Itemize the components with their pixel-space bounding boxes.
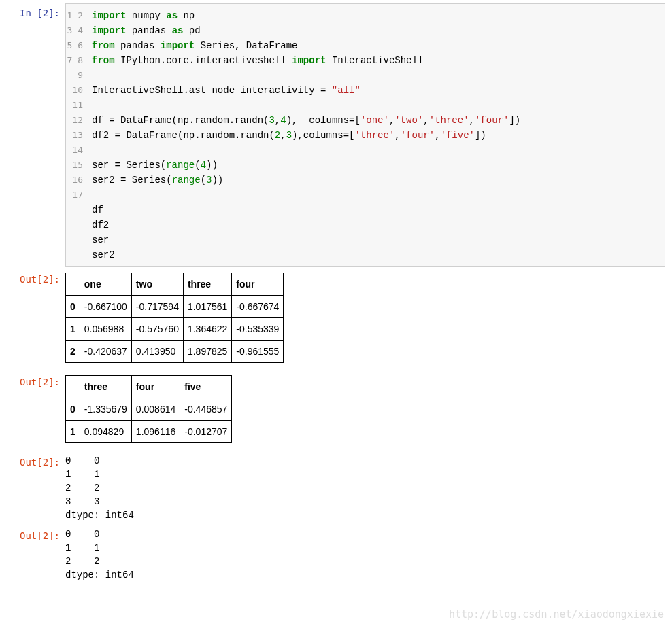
code-text: ]) <box>475 130 486 141</box>
code-text: df <box>92 205 103 215</box>
code-text: InteractiveShell <box>326 55 423 66</box>
keyword: import <box>92 25 126 36</box>
table-row: 10.056988-0.5757601.364622-0.535339 <box>66 318 284 341</box>
code-text: ser = Series( <box>92 160 166 171</box>
output-cell-3: Out[2]: 0 0 1 1 2 2 3 3 dtype: int64 <box>7 453 665 523</box>
column-header: three <box>80 376 131 398</box>
code-text: ),columns=[ <box>292 130 354 141</box>
number-literal: 3 <box>269 115 274 126</box>
string-literal: 'three' <box>429 115 469 126</box>
code-text: , <box>435 130 440 141</box>
code-text: ), columns=[ <box>286 115 360 126</box>
code-text: ser <box>92 234 109 245</box>
table-cell: -0.012707 <box>180 421 232 443</box>
string-literal: 'one' <box>360 115 389 126</box>
code-text: pandas <box>126 25 171 36</box>
code-text: Series, DataFrame <box>195 40 297 51</box>
table-cell: -0.667674 <box>232 296 284 318</box>
number-literal: 4 <box>280 115 286 126</box>
table-cell: -0.717594 <box>131 296 183 318</box>
builtin: range <box>166 160 195 171</box>
output-body: 0 0 1 1 2 2 3 3 dtype: int64 <box>65 453 665 523</box>
table-row: 10.0948291.096116-0.012707 <box>66 421 232 443</box>
table-cell: -0.420637 <box>80 341 131 363</box>
code-text: ser2 = Series( <box>92 175 172 186</box>
output-body: onetwothreefour0-0.667100-0.7175941.0175… <box>65 270 665 370</box>
row-index: 0 <box>66 296 80 318</box>
out-prompt: Out[2]: <box>7 526 65 541</box>
row-index: 2 <box>66 341 80 363</box>
code-text: , <box>280 130 286 141</box>
table-cell: 1.096116 <box>131 421 180 443</box>
code-editor[interactable]: import numpy as np import pandas as pd f… <box>86 7 665 263</box>
series-output-1: 0 0 1 1 2 2 3 3 dtype: int64 <box>65 454 665 522</box>
code-text: , <box>423 115 429 126</box>
table-cell: -0.961555 <box>232 341 284 363</box>
code-body[interactable]: 1 2 3 4 5 6 7 8 9 10 11 12 13 14 15 16 1… <box>65 3 665 267</box>
code-text: np <box>178 10 195 21</box>
code-text: numpy <box>126 10 166 21</box>
code-text: InteractiveShell.ast_node_interactivity … <box>92 85 332 96</box>
output-body: 0 0 1 1 2 2 dtype: int64 <box>65 526 665 583</box>
table-cell: -0.535339 <box>232 318 284 341</box>
row-index: 1 <box>66 318 80 341</box>
line-number-gutter: 1 2 3 4 5 6 7 8 9 10 11 12 13 14 15 16 1… <box>66 7 86 263</box>
table-cell: 1.364622 <box>183 318 231 341</box>
number-literal: 4 <box>201 160 206 171</box>
table-row: 0-1.3356790.008614-0.446857 <box>66 398 232 421</box>
keyword: as <box>166 10 178 21</box>
table-corner <box>66 273 80 296</box>
input-cell: In [2]: 1 2 3 4 5 6 7 8 9 10 11 12 13 14… <box>7 3 665 267</box>
table-corner <box>66 376 80 398</box>
table-cell: 0.413950 <box>131 341 183 363</box>
string-literal: 'two' <box>394 115 423 126</box>
row-index: 1 <box>66 421 80 443</box>
table-cell: 0.008614 <box>131 398 180 421</box>
row-index: 0 <box>66 398 80 421</box>
table-row: 0-0.667100-0.7175941.017561-0.667674 <box>66 296 284 318</box>
output-cell-4: Out[2]: 0 0 1 1 2 2 dtype: int64 <box>7 526 665 583</box>
string-literal: 'four' <box>475 115 509 126</box>
code-text: ( <box>201 175 206 186</box>
table-cell: -0.446857 <box>180 398 232 421</box>
table-cell: -1.335679 <box>80 398 131 421</box>
code-text: , <box>275 115 280 126</box>
column-header: five <box>180 376 232 398</box>
string-literal: "all" <box>332 85 360 96</box>
keyword: import <box>92 10 126 21</box>
number-literal: 2 <box>275 130 280 141</box>
code-text: IPython.core.interactiveshell <box>115 55 292 66</box>
column-header: four <box>232 273 284 296</box>
table-cell: 1.897825 <box>183 341 231 363</box>
string-literal: 'five' <box>441 130 475 141</box>
table-cell: -0.575760 <box>131 318 183 341</box>
output-body: threefourfive0-1.3356790.008614-0.446857… <box>65 372 665 450</box>
output-cell-1: Out[2]: onetwothreefour0-0.667100-0.7175… <box>7 270 665 370</box>
keyword: from <box>92 40 115 51</box>
table-row: 2-0.4206370.4139501.897825-0.961555 <box>66 341 284 363</box>
keyword: as <box>172 25 184 36</box>
code-text: ser2 <box>92 249 115 260</box>
column-header: one <box>80 273 131 296</box>
table-cell: 0.056988 <box>80 318 131 341</box>
builtin: range <box>172 175 201 186</box>
series-output-2: 0 0 1 1 2 2 dtype: int64 <box>65 527 665 582</box>
code-text: ( <box>195 160 200 171</box>
code-text: df2 <box>92 220 109 230</box>
string-literal: 'three' <box>354 130 394 141</box>
code-text: ]) <box>509 115 520 126</box>
table-cell: -0.667100 <box>80 296 131 318</box>
column-header: four <box>131 376 180 398</box>
string-literal: 'four' <box>401 130 435 141</box>
code-text: df2 = DataFrame(np.random.randn( <box>92 130 275 141</box>
dataframe-table-1: onetwothreefour0-0.667100-0.7175941.0175… <box>65 273 284 363</box>
column-header: three <box>183 273 231 296</box>
table-cell: 1.017561 <box>183 296 231 318</box>
table-cell: 0.094829 <box>80 421 131 443</box>
code-text: pd <box>183 25 200 36</box>
number-literal: 3 <box>286 130 292 141</box>
keyword: import <box>292 55 326 66</box>
out-prompt: Out[2]: <box>7 372 65 387</box>
code-text: , <box>394 130 400 141</box>
dataframe-table-2: threefourfive0-1.3356790.008614-0.446857… <box>65 375 232 443</box>
